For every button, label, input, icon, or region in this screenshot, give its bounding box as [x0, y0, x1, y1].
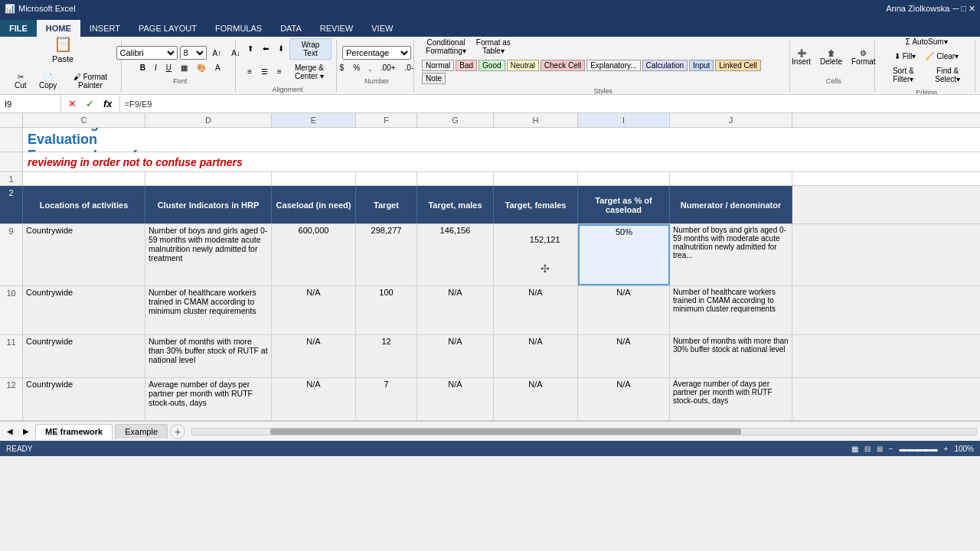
style-note[interactable]: Note	[422, 73, 446, 84]
col-header-h[interactable]: H	[494, 113, 578, 127]
cell-h1[interactable]	[494, 172, 578, 185]
cell-d10[interactable]: Number of healthcare workers trained in …	[145, 286, 272, 334]
col-header-e[interactable]: E	[272, 113, 356, 127]
cell-g10[interactable]: N/A	[417, 286, 494, 334]
sort-filter-button[interactable]: Sort & Filter▾	[883, 64, 923, 86]
currency-button[interactable]: $	[336, 61, 348, 74]
col-header-c[interactable]: C	[23, 113, 145, 127]
cell-g1[interactable]	[417, 172, 494, 185]
format-cells-button[interactable]: ⚙Format	[848, 47, 880, 74]
horizontal-scrollbar[interactable]	[191, 428, 977, 435]
zoom-in-button[interactable]: +	[944, 445, 949, 453]
tab-insert[interactable]: INSERT	[80, 20, 129, 37]
cell-h11[interactable]: N/A	[494, 335, 578, 377]
align-middle-button[interactable]: ⬅	[259, 38, 273, 60]
cell-h12[interactable]: N/A	[494, 378, 578, 420]
cell-i11[interactable]: N/A	[578, 335, 670, 377]
border-button[interactable]: ▦	[177, 61, 191, 74]
cell-e10[interactable]: N/A	[272, 286, 356, 334]
align-left-button[interactable]: ≡	[243, 61, 256, 83]
increase-decimal-button[interactable]: .00+	[377, 61, 400, 74]
style-good[interactable]: Good	[479, 60, 505, 71]
prev-sheet-button[interactable]: ◀	[3, 425, 17, 438]
cell-f10[interactable]: 100	[356, 286, 417, 334]
style-neutral[interactable]: Neutral	[507, 60, 539, 71]
insert-cells-button[interactable]: ➕Insert	[788, 47, 815, 74]
copy-button[interactable]: 📄 Copy	[33, 70, 62, 92]
cell-h10[interactable]: N/A	[494, 286, 578, 334]
italic-button[interactable]: I	[151, 61, 161, 74]
cell-d12[interactable]: Average number of days per partner per m…	[145, 378, 272, 420]
cell-c9[interactable]: Countrywide	[23, 224, 145, 285]
cell-i12[interactable]: N/A	[578, 378, 670, 420]
cell-f1[interactable]	[356, 172, 417, 185]
cell-h9[interactable]: 152,121 ✣	[494, 224, 578, 285]
zoom-slider[interactable]: ▬▬▬▬▬	[900, 445, 938, 453]
zoom-out-button[interactable]: −	[889, 445, 893, 453]
conditional-formatting-button[interactable]: ConditionalFormatting▾	[422, 37, 470, 57]
font-size-selector[interactable]: 8	[180, 46, 207, 60]
style-explanatory[interactable]: Explanatory...	[586, 60, 640, 71]
cut-button[interactable]: ✂ Cut	[9, 70, 31, 92]
fill-color-button[interactable]: 🎨	[193, 61, 210, 74]
cell-f9[interactable]: 298,277	[356, 224, 417, 285]
cell-f11[interactable]: 12	[356, 335, 417, 377]
cell-f12[interactable]: 7	[356, 378, 417, 420]
find-select-button[interactable]: Find & Select▾	[926, 64, 970, 86]
style-normal[interactable]: Normal	[422, 60, 454, 71]
confirm-formula-button[interactable]: ✓	[82, 96, 98, 112]
header-target-males[interactable]: Target, males	[417, 186, 494, 223]
cell-e12[interactable]: N/A	[272, 378, 356, 420]
add-sheet-button[interactable]: +	[170, 424, 185, 439]
font-color-button[interactable]: A	[211, 61, 224, 74]
cell-c12[interactable]: Countrywide	[23, 378, 145, 420]
wrap-text-button[interactable]: Wrap Text	[289, 38, 332, 60]
cell-d1[interactable]	[145, 172, 272, 185]
cell-g9[interactable]: 146,156	[417, 224, 494, 285]
cell-j10[interactable]: Number of healthcare workers trained in …	[670, 286, 792, 334]
fill-button[interactable]: ⬇ Fill▾	[890, 50, 920, 63]
header-locations[interactable]: Locations of activities	[23, 186, 145, 223]
col-header-i[interactable]: I	[578, 113, 670, 127]
autosum-button[interactable]: Σ AutoSum▾	[901, 37, 951, 48]
normal-view-icon[interactable]: ▦	[851, 445, 858, 453]
header-target-females[interactable]: Target, females	[494, 186, 578, 223]
scroll-thumb[interactable]	[270, 429, 740, 435]
tab-view[interactable]: VIEW	[362, 20, 402, 37]
font-selector[interactable]: Calibri	[116, 46, 178, 60]
cell-e11[interactable]: N/A	[272, 335, 356, 377]
style-input[interactable]: Input	[689, 60, 714, 71]
cell-j1[interactable]	[670, 172, 792, 185]
style-calculation[interactable]: Calculation	[642, 60, 688, 71]
comma-button[interactable]: ,	[365, 61, 375, 74]
cell-j11[interactable]: Number of months with more than 30% buff…	[670, 335, 792, 377]
cancel-formula-button[interactable]: ✕	[64, 96, 80, 112]
decrease-decimal-button[interactable]: .0-	[401, 61, 418, 74]
tab-review[interactable]: REVIEW	[311, 20, 362, 37]
col-header-j[interactable]: J	[670, 113, 792, 127]
underline-button[interactable]: U	[162, 61, 175, 74]
formula-input[interactable]: =F9/E9	[120, 99, 980, 109]
cell-e1[interactable]	[272, 172, 356, 185]
paste-button[interactable]: 📋Paste	[47, 37, 79, 69]
next-sheet-button[interactable]: ▶	[19, 425, 33, 438]
tab-file[interactable]: FILE	[0, 20, 37, 37]
window-controls[interactable]: ─ □ ✕	[952, 4, 975, 14]
col-header-g[interactable]: G	[417, 113, 494, 127]
insert-function-button[interactable]: fx	[100, 96, 116, 112]
align-right-button[interactable]: ≡	[273, 61, 286, 83]
cell-c1[interactable]	[23, 172, 145, 185]
merge-center-button[interactable]: Merge & Center ▾	[287, 61, 332, 83]
align-bottom-button[interactable]: ⬇	[274, 38, 288, 60]
cell-i9[interactable]: 50%	[578, 224, 670, 285]
style-check-cell[interactable]: Check Cell	[541, 60, 585, 71]
name-box[interactable]: I9	[0, 95, 61, 112]
style-linked-cell[interactable]: Linked Cell	[715, 60, 760, 71]
page-break-icon[interactable]: ⊞	[877, 445, 883, 453]
header-numerator[interactable]: Numerator / denominator	[670, 186, 792, 223]
cell-c11[interactable]: Countrywide	[23, 335, 145, 377]
cell-e9[interactable]: 600,000	[272, 224, 356, 285]
cell-c10[interactable]: Countrywide	[23, 286, 145, 334]
align-top-button[interactable]: ⬆	[243, 38, 257, 60]
tab-home[interactable]: HOME	[37, 20, 80, 37]
